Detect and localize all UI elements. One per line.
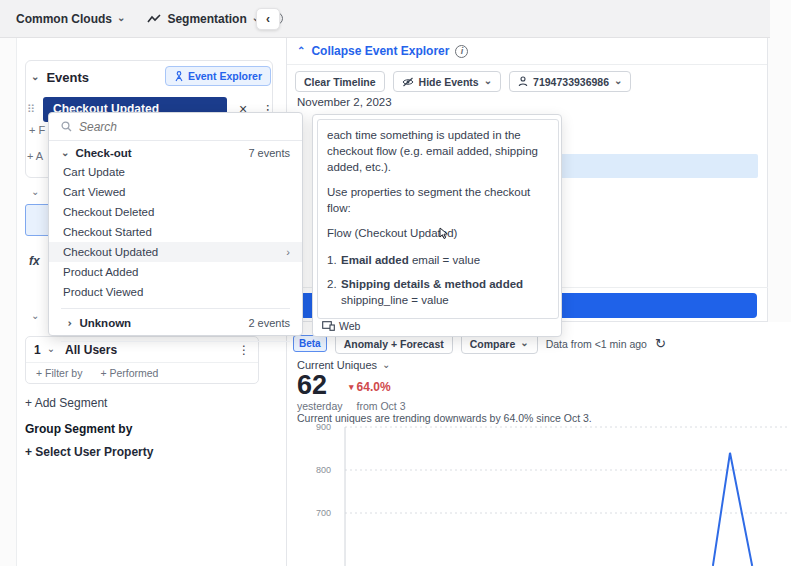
segment-name[interactable]: All Users (65, 343, 117, 357)
app-window: Common Clouds ⌄ Segmentation ⌄ i ‹ ⌄ Eve… (0, 0, 791, 566)
select-user-property-link[interactable]: + Select User Property (25, 445, 153, 459)
metric-delta: ▾ 64.0% (349, 380, 391, 394)
clear-timeline-label: Clear Timeline (304, 76, 376, 88)
step-number: 1. (327, 252, 341, 268)
workspace-name: Common Clouds (16, 12, 112, 26)
event-search-input[interactable] (79, 120, 269, 134)
chart-section: Beta Anomaly + Forecast Compare ⌄ Data f… (287, 322, 791, 566)
chevron-down-icon: ⌄ (520, 337, 528, 348)
chevron-down-icon: ⌄ (61, 147, 69, 158)
description-paragraph: Use properties to segment the checkout f… (327, 184, 549, 216)
group-count: 7 events (248, 147, 290, 159)
segment-performed-link[interactable]: + Performed (100, 367, 158, 379)
y-tick-700: 700 (316, 508, 331, 518)
collapse-event-explorer-label: Collapse Event Explorer (311, 44, 449, 58)
group-segment-by-label: Group Segment by (25, 422, 132, 436)
chevron-right-icon: › (286, 246, 290, 258)
dropdown-item-checkout-started[interactable]: Checkout Started (49, 222, 302, 242)
chevron-down-icon: ⌄ (382, 359, 390, 370)
triangle-down-icon: ▾ (349, 382, 354, 392)
user-id-selector[interactable]: 7194733936986 ⌄ (509, 71, 631, 92)
divider (61, 341, 290, 342)
dropdown-item-product-viewed[interactable]: Product Viewed (49, 282, 302, 302)
refresh-icon[interactable]: ↻ (655, 336, 666, 351)
events-section-title: Events (46, 70, 89, 85)
explorer-person-icon (174, 71, 184, 82)
step-number: 3. (327, 316, 341, 319)
event-explorer-label: Event Explorer (188, 70, 262, 82)
step-text: Shipping details & method added shipping… (341, 276, 549, 308)
event-select-dropdown: ⌄ Check-out 7 events Cart Update Cart Vi… (48, 112, 303, 336)
description-paragraph: each time something is updated in the ch… (327, 127, 549, 175)
metric-delta-value: 64.0% (357, 380, 391, 394)
description-flow-line: Flow (Checkout Updated) (327, 225, 549, 241)
group-label: Check-out (75, 147, 131, 159)
step-text: Payment started gateway = value (341, 316, 517, 319)
metric-compare-from: from Oct 3 (357, 400, 406, 412)
add-event-fragment[interactable]: + A (27, 150, 43, 162)
y-tick-800: 800 (316, 465, 331, 475)
segment-index: 1 (34, 343, 41, 357)
chevron-down-icon: ⌄ (31, 71, 39, 82)
event-description-tooltip: each time something is updated in the ch… (312, 114, 562, 337)
top-bar: Common Clouds ⌄ Segmentation ⌄ i ‹ (0, 0, 770, 38)
event-explorer-button[interactable]: Event Explorer (165, 66, 271, 86)
dropdown-group-header[interactable]: ⌄ Check-out 7 events (49, 141, 302, 162)
dropdown-item-checkout-updated[interactable]: Checkout Updated › (49, 242, 302, 262)
segment-card: 1 ⌄ All Users ⋮ + Filter by + Performed (25, 336, 259, 384)
timeline-date: November 2, 2023 (297, 96, 392, 108)
dropdown-item-product-added[interactable]: Product Added (49, 262, 302, 282)
user-id-value: 7194733936986 (533, 76, 609, 88)
segment-filter-by-link[interactable]: + Filter by (36, 367, 82, 379)
devices-icon (322, 321, 335, 331)
formula-fx-label[interactable]: fx (29, 254, 40, 268)
clear-timeline-button[interactable]: Clear Timeline (295, 71, 385, 92)
step-number: 2. (327, 276, 341, 308)
chevron-down-icon[interactable]: ⌄ (31, 310, 39, 321)
chevron-up-icon: ⌃ (297, 45, 305, 56)
flow-step-3: 3. Payment started gateway = value (327, 316, 549, 319)
y-tick-900: 900 (316, 422, 331, 432)
chevron-down-icon[interactable]: ⌄ (47, 343, 55, 354)
dropdown-group-unknown[interactable]: ⌄ Unknown 2 events (49, 309, 302, 335)
dropdown-item-checkout-deleted[interactable]: Checkout Deleted (49, 202, 302, 222)
beta-badge[interactable]: Beta (293, 335, 327, 352)
chevron-down-icon[interactable]: ⌄ (31, 186, 39, 197)
dropdown-search-row (49, 113, 302, 141)
workspace-switcher[interactable]: Common Clouds ⌄ (16, 12, 125, 26)
view-switcher-segmentation[interactable]: Segmentation ⌄ (147, 12, 260, 26)
chevron-down-icon: ⌄ (614, 75, 622, 86)
search-icon (61, 121, 72, 132)
chevron-down-icon: ⌄ (484, 75, 492, 86)
info-icon[interactable]: i (455, 45, 468, 58)
hide-events-button[interactable]: Hide Events ⌄ (393, 71, 502, 92)
events-section-header[interactable]: ⌄ Events (31, 70, 89, 85)
anomaly-forecast-label: Anomaly + Forecast (344, 338, 444, 350)
chevron-left-icon: ‹ (266, 12, 270, 26)
hide-events-label: Hide Events (419, 76, 479, 88)
dropdown-item-cart-update[interactable]: Cart Update (49, 162, 302, 182)
highlighted-timeline-event-row[interactable] (537, 154, 758, 178)
platform-row: Web (322, 320, 360, 332)
chevron-right-icon: ⌄ (62, 319, 73, 327)
dropdown-item-label: Checkout Updated (63, 246, 158, 258)
compare-label: Compare (470, 338, 516, 350)
user-icon (518, 76, 528, 87)
line-chart-icon (147, 14, 162, 24)
flow-step-2: 2. Shipping details & method added shipp… (327, 276, 549, 308)
step-text: Email added email = value (341, 252, 480, 268)
add-segment-link[interactable]: + Add Segment (25, 396, 107, 410)
unknown-count: 2 events (248, 317, 290, 329)
event-description-box: each time something is updated in the ch… (317, 119, 559, 319)
segment-options-kebab-icon[interactable]: ⋮ (238, 343, 250, 357)
view-name: Segmentation (167, 12, 246, 26)
filter-by-fragment[interactable]: + F (29, 124, 45, 136)
cursor-pointer-icon (438, 227, 450, 240)
chevron-down-icon: ⌄ (117, 12, 125, 23)
uniques-line-chart: 900 800 700 (287, 420, 791, 566)
dropdown-item-cart-viewed[interactable]: Cart Viewed (49, 182, 302, 202)
panel-collapse-button[interactable]: ‹ (256, 8, 280, 30)
collapse-event-explorer-link[interactable]: ⌃ Collapse Event Explorer (297, 44, 449, 58)
data-freshness-label: Data from <1 min ago (546, 338, 647, 350)
drag-handle-icon[interactable]: ⠿ (27, 103, 43, 116)
